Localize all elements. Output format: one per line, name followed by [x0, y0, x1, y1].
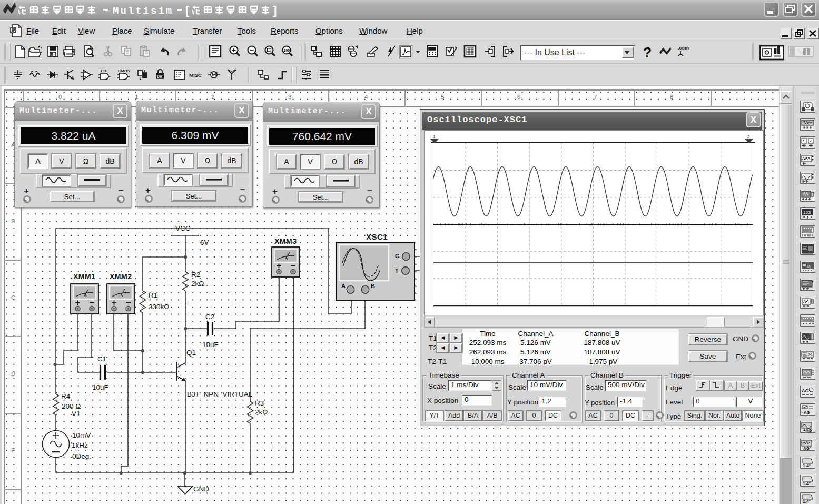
svg-text:Multisim: Multisim [113, 5, 173, 17]
svg-text:÷AG: ÷AG [803, 428, 812, 432]
svg-text:10mV: 10mV [72, 431, 91, 439]
svg-text:100: 100 [284, 48, 290, 52]
svg-text:BJT_NPN_VIRTUAL: BJT_NPN_VIRTUAL [187, 390, 253, 398]
svg-text:1kHz: 1kHz [72, 441, 88, 449]
svg-text:[: [ [185, 4, 190, 17]
svg-text:]: ] [273, 4, 277, 17]
svg-text:XMM2: XMM2 [110, 272, 132, 281]
svg-text:AG: AG [802, 388, 809, 393]
svg-text:XSC1: XSC1 [366, 232, 388, 241]
svg-text:1.4º: 1.4º [803, 481, 811, 486]
svg-text:1.4º: 1.4º [803, 463, 811, 468]
svg-text:Q1: Q1 [186, 349, 196, 357]
svg-text:AG°: AG° [803, 446, 811, 450]
svg-text:0v: 0v [157, 74, 162, 79]
svg-text:VCC: VCC [175, 224, 191, 232]
svg-text:C1: C1 [97, 355, 106, 363]
svg-text:1: 1 [433, 134, 436, 139]
svg-text:n: n [806, 103, 807, 106]
svg-text:R1: R1 [149, 291, 157, 299]
svg-text:T: T [395, 268, 399, 274]
svg-text:XMM1: XMM1 [73, 272, 95, 281]
svg-text:R4: R4 [61, 392, 71, 400]
svg-text:MISC: MISC [189, 72, 202, 78]
svg-text:G: G [395, 253, 400, 259]
svg-text:200 Ω: 200 Ω [62, 402, 81, 410]
svg-text:V1: V1 [72, 410, 81, 418]
svg-text:10uF: 10uF [92, 383, 108, 391]
svg-text:A: A [341, 283, 346, 289]
svg-text:R3: R3 [255, 399, 264, 407]
svg-text:330kΩ: 330kΩ [149, 303, 169, 311]
svg-text:10uF: 10uF [202, 341, 219, 349]
svg-text:2kΩ: 2kΩ [255, 408, 268, 416]
svg-text:R2: R2 [191, 271, 200, 279]
svg-text:·AG: ·AG [802, 410, 810, 415]
svg-text:CMOS: CMOS [118, 68, 130, 73]
svg-text:123: 123 [803, 210, 811, 215]
svg-text:.com: .com [678, 45, 689, 51]
svg-text:C2: C2 [205, 313, 214, 321]
svg-text:2: 2 [747, 134, 750, 139]
svg-text:2kΩ: 2kΩ [191, 280, 204, 288]
svg-text:TTL: TTL [100, 68, 108, 73]
svg-text:GND: GND [193, 485, 209, 493]
svg-text:0Deg.: 0Deg. [72, 452, 91, 460]
svg-text:6V: 6V [200, 239, 209, 246]
svg-text:Dj: Dj [807, 264, 811, 269]
svg-text:B: B [371, 283, 375, 289]
svg-text:1.4º: 1.4º [803, 499, 811, 504]
svg-text:XMM3: XMM3 [274, 237, 297, 245]
